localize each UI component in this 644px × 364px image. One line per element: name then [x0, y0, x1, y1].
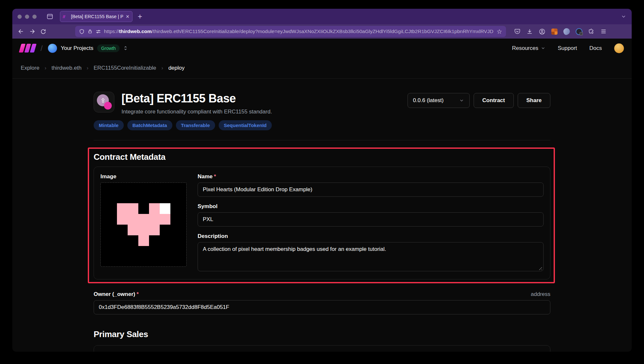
- contract-metadata-heading: Contract Metadata: [94, 152, 550, 162]
- description-label: Description: [198, 233, 544, 240]
- breadcrumb-contract[interactable]: ERC1155CoreInitializable: [94, 65, 156, 71]
- browser-tab[interactable]: [Beta] ERC1155 Base | Publishe ×: [60, 11, 132, 22]
- bookmark-star-icon[interactable]: ☆: [497, 28, 502, 35]
- browser-window: [Beta] ERC1155 Base | Publishe × +: [12, 9, 632, 352]
- new-tab-button[interactable]: +: [138, 12, 142, 21]
- lock-icon[interactable]: [87, 29, 93, 34]
- owner-type-hint: address: [531, 291, 550, 298]
- slash-divider: /: [40, 44, 43, 53]
- thirdweb-logo[interactable]: [20, 44, 35, 53]
- contract-icon: [94, 92, 114, 112]
- puzzle-extensions-icon[interactable]: [587, 27, 595, 36]
- page-content: / Your Projects Growth Resources Support…: [12, 39, 632, 352]
- extension-badges: Mintable BatchMetadata Transferable Sequ…: [94, 120, 550, 130]
- tab-title: [Beta] ERC1155 Base | Publishe: [71, 14, 123, 19]
- contract-hero: [Beta] ERC1155 Base Integrate core funct…: [94, 92, 550, 115]
- zoom-window-button[interactable]: [32, 15, 37, 19]
- name-input[interactable]: [198, 182, 544, 197]
- version-select[interactable]: 0.0.6 (latest): [408, 93, 470, 108]
- downloads-icon[interactable]: [525, 27, 534, 36]
- url-text[interactable]: https://thirdweb.com/thirdweb.eth/ERC115…: [104, 29, 494, 34]
- chevron-down-icon: [459, 98, 464, 103]
- pixel-heart: [117, 203, 170, 246]
- project-name[interactable]: Your Projects: [61, 45, 93, 52]
- image-label: Image: [100, 173, 187, 180]
- breadcrumb-publisher[interactable]: thirdweb.eth: [52, 65, 82, 71]
- site-header: / Your Projects Growth Resources Support…: [12, 39, 632, 58]
- image-dropzone[interactable]: [100, 182, 187, 267]
- forward-icon[interactable]: [27, 27, 37, 36]
- permissions-icon[interactable]: [96, 29, 101, 34]
- owner-label: Owner (_owner)*: [94, 291, 139, 298]
- nav-resources[interactable]: Resources: [512, 45, 545, 52]
- traffic-lights: [17, 15, 37, 19]
- contract-icon-dot: [104, 102, 112, 110]
- breadcrumb: Explore › thirdweb.eth › ERC1155CoreInit…: [12, 58, 632, 79]
- user-avatar[interactable]: [614, 43, 624, 53]
- pocket-icon[interactable]: [513, 27, 522, 36]
- annotation-highlight-box: Contract Metadata Image Name* Symbol Des: [88, 147, 555, 283]
- page-subtitle: Integrate core functionality compliant w…: [121, 109, 272, 115]
- badge-transferable[interactable]: Transferable: [176, 120, 215, 130]
- extension-icon[interactable]: [562, 27, 571, 36]
- breadcrumb-explore[interactable]: Explore: [21, 65, 40, 71]
- browser-toolbar: https://thirdweb.com/thirdweb.eth/ERC115…: [12, 24, 632, 39]
- name-label: Name*: [198, 173, 544, 180]
- close-window-button[interactable]: [17, 15, 22, 19]
- chevron-right-icon: ›: [87, 65, 88, 71]
- recipient-address-label: Recipient Address*: [102, 351, 542, 352]
- primary-sales-heading: Primary Sales: [94, 329, 550, 339]
- symbol-label: Symbol: [198, 203, 544, 210]
- account-icon[interactable]: [538, 27, 546, 36]
- page-title: [Beta] ERC1155 Base: [121, 92, 272, 105]
- primary-sales-card: Recipient Address*: [94, 345, 550, 352]
- menu-hamburger-icon[interactable]: [599, 27, 608, 36]
- wallet-extension-icon[interactable]: [550, 27, 558, 36]
- minimize-window-button[interactable]: [25, 15, 29, 19]
- badge-sequentialtokenid[interactable]: SequentialTokenId: [219, 120, 272, 130]
- shield-icon[interactable]: [79, 29, 85, 34]
- thirdweb-favicon: [63, 15, 65, 18]
- breadcrumb-current: deploy: [168, 65, 185, 71]
- chevron-down-icon: [541, 46, 546, 51]
- tab-list-chevron-icon[interactable]: [621, 14, 627, 19]
- chevron-right-icon: ›: [45, 65, 46, 71]
- close-tab-icon[interactable]: ×: [126, 14, 129, 19]
- description-textarea[interactable]: A collection of pixel heart membership b…: [198, 242, 544, 271]
- firefox-view-icon[interactable]: [46, 13, 53, 20]
- back-icon[interactable]: [16, 27, 26, 36]
- toolbar-extensions: [513, 27, 608, 36]
- privacy-extension-icon[interactable]: [575, 27, 583, 36]
- owner-field-block: Owner (_owner)* address: [94, 291, 550, 314]
- chevron-right-icon: ›: [161, 65, 163, 71]
- nav-docs[interactable]: Docs: [589, 45, 602, 52]
- plan-badge: Growth: [97, 44, 120, 52]
- contract-button[interactable]: Contract: [474, 93, 514, 108]
- project-switcher-icon[interactable]: [123, 45, 128, 51]
- url-bar[interactable]: https://thirdweb.com/thirdweb.eth/ERC115…: [75, 26, 506, 37]
- owner-input[interactable]: [94, 300, 550, 314]
- share-button[interactable]: Share: [518, 93, 550, 108]
- section-divider: [94, 140, 550, 140]
- contract-metadata-card: Image Name* Symbol Description A collect…: [94, 167, 550, 279]
- tab-bar: [Beta] ERC1155 Base | Publishe × +: [12, 9, 632, 24]
- symbol-input[interactable]: [198, 212, 544, 227]
- nav-support[interactable]: Support: [558, 45, 577, 52]
- badge-mintable[interactable]: Mintable: [94, 120, 124, 130]
- reload-icon[interactable]: [38, 27, 48, 36]
- badge-batchmetadata[interactable]: BatchMetadata: [127, 120, 172, 130]
- project-avatar[interactable]: [48, 44, 57, 53]
